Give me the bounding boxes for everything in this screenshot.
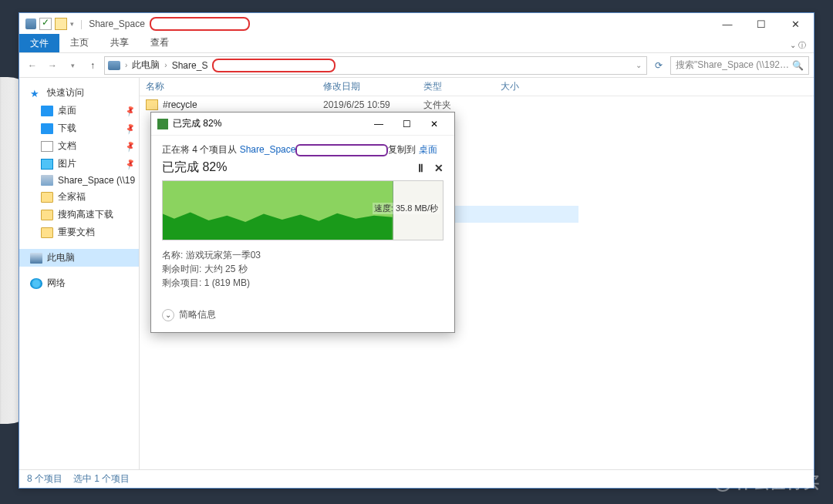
sidebar-item-folder[interactable]: 搜狗高速下载	[19, 206, 139, 223]
qat-dropdown-icon[interactable]: ▾	[70, 20, 74, 28]
ribbon-expand-icon[interactable]: ⌄ ⓘ	[782, 39, 814, 52]
watermark: 值 什么值得买	[714, 472, 821, 493]
separator: |	[80, 18, 83, 29]
speed-graph: 速度: 35.8 MB/秒	[162, 180, 443, 240]
close-button[interactable]: ✕	[778, 13, 812, 35]
star-icon: ★	[30, 88, 42, 99]
sidebar-item-desktop[interactable]: 桌面📌	[19, 102, 139, 119]
sidebar-item-pictures[interactable]: 图片📌	[19, 155, 139, 173]
pin-icon: 📌	[123, 105, 136, 117]
col-date[interactable]: 修改日期	[323, 80, 423, 93]
qat-properties-checkbox[interactable]	[39, 18, 52, 30]
search-icon[interactable]: 🔍	[792, 60, 804, 71]
pc-icon	[30, 253, 42, 264]
sidebar-network[interactable]: 网络	[19, 274, 139, 292]
cancel-button[interactable]: ✕	[434, 162, 443, 174]
sidebar: ★快速访问 桌面📌 下载📌 文档📌 图片📌 Share_Space (\\19 …	[19, 78, 140, 469]
tab-share[interactable]: 共享	[99, 33, 140, 52]
drive-icon	[25, 18, 36, 29]
redacted-path	[212, 59, 336, 72]
maximize-button[interactable]: ☐	[393, 113, 420, 135]
redacted-title	[150, 17, 250, 31]
col-size[interactable]: 大小	[501, 80, 562, 93]
sidebar-quick-access[interactable]: ★快速访问	[19, 84, 139, 102]
network-icon	[30, 278, 42, 289]
pin-icon: 📌	[123, 123, 136, 135]
recent-dropdown-icon[interactable]: ▾	[64, 57, 81, 74]
copy-details: 名称: 游戏玩家第一季03 剩余时间: 大约 25 秒 剩余项目: 1 (819…	[162, 248, 443, 290]
column-headers[interactable]: 名称 修改日期 类型 大小	[140, 78, 814, 96]
drive-icon	[41, 175, 53, 186]
refresh-button[interactable]: ⟳	[650, 57, 667, 74]
folder-icon	[146, 99, 158, 110]
sidebar-item-share[interactable]: Share_Space (\\19	[19, 173, 139, 188]
folder-icon	[41, 210, 53, 220]
speed-value: 35.8 MB/秒	[396, 203, 438, 213]
tab-home[interactable]: 主页	[59, 33, 99, 52]
pin-icon: 📌	[123, 140, 136, 153]
watermark-icon: 值	[714, 475, 731, 492]
breadcrumb-pc[interactable]: 此电脑	[130, 59, 161, 72]
search-input[interactable]: 搜索"Share_Space (\\192.1... 🔍	[670, 56, 809, 75]
progress-percent: 已完成 82%	[162, 160, 227, 176]
forward-button[interactable]: →	[44, 57, 61, 74]
table-row[interactable]: #recycle 2019/6/25 10:59 文件夹	[140, 96, 814, 113]
status-item-count: 8 个项目	[27, 472, 62, 486]
window-title: Share_Space	[89, 18, 145, 29]
picture-icon	[41, 159, 53, 170]
minimize-button[interactable]: —	[365, 113, 393, 135]
minimize-button[interactable]: —	[710, 13, 744, 35]
nav-row: ← → ▾ ↑ › 此电脑 › Share_S ⌄ ⟳ 搜索"Share_Spa…	[19, 53, 814, 78]
desktop-icon	[41, 106, 53, 116]
copy-dest-link[interactable]: 桌面	[419, 144, 437, 155]
pause-button[interactable]: Ⅱ	[418, 162, 423, 174]
sidebar-item-folder[interactable]: 全家福	[19, 188, 139, 206]
sidebar-item-downloads[interactable]: 下载📌	[19, 119, 139, 137]
chevron-right-icon[interactable]: ›	[163, 61, 168, 69]
search-placeholder: 搜索"Share_Space (\\192.1...	[676, 59, 789, 72]
chevron-right-icon[interactable]: ›	[123, 61, 129, 69]
folder-icon	[41, 227, 53, 238]
sidebar-this-pc[interactable]: 此电脑	[19, 249, 139, 267]
dialog-title: 已完成 82%	[173, 117, 221, 130]
titlebar[interactable]: ▾ | Share_Space — ☐ ✕	[19, 13, 814, 35]
ribbon-tabs: 文件 主页 共享 查看 ⌄ ⓘ	[19, 35, 814, 53]
tab-view[interactable]: 查看	[140, 33, 180, 52]
sidebar-item-documents[interactable]: 文档📌	[19, 137, 139, 155]
folder-icon	[41, 192, 53, 203]
address-dropdown-icon[interactable]: ⌄	[634, 61, 643, 69]
copy-source-link[interactable]: Share_Space	[240, 144, 296, 155]
col-name[interactable]: 名称	[146, 80, 323, 93]
copy-message: 正在将 4 个项目从 Share_Space复制到 桌面	[162, 143, 443, 156]
copy-progress-dialog: 已完成 82% — ☐ ✕ 正在将 4 个项目从 Share_Space复制到 …	[150, 112, 455, 333]
status-bar: 8 个项目 选中 1 个项目	[19, 469, 814, 488]
up-button[interactable]: ↑	[84, 57, 101, 74]
address-bar[interactable]: › 此电脑 › Share_S ⌄	[104, 56, 647, 75]
brief-info-toggle[interactable]: ⌄ 简略信息	[162, 301, 443, 321]
redacted-source	[295, 144, 388, 156]
breadcrumb-folder[interactable]: Share_S	[170, 60, 210, 71]
status-selected: 选中 1 个项目	[73, 472, 130, 486]
download-icon	[41, 123, 53, 134]
pin-icon: 📌	[123, 158, 136, 170]
col-type[interactable]: 类型	[423, 80, 501, 93]
drive-icon	[108, 61, 120, 70]
qat-new-folder[interactable]	[55, 18, 67, 30]
dialog-titlebar[interactable]: 已完成 82% — ☐ ✕	[151, 113, 454, 136]
close-button[interactable]: ✕	[420, 113, 448, 135]
tab-file[interactable]: 文件	[19, 34, 59, 52]
sidebar-item-folder[interactable]: 重要文档	[19, 223, 139, 241]
document-icon	[41, 141, 53, 152]
chevron-down-icon: ⌄	[162, 309, 174, 321]
maximize-button[interactable]: ☐	[744, 13, 778, 35]
copy-icon	[157, 119, 168, 129]
back-button[interactable]: ←	[24, 57, 41, 74]
